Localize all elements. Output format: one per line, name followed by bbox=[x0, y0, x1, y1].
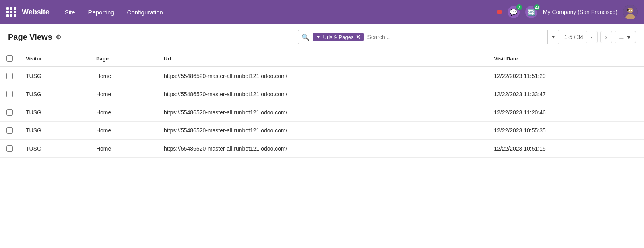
row-checkbox-1[interactable] bbox=[6, 91, 13, 97]
brand-label[interactable]: Website bbox=[22, 8, 50, 17]
messages-icon[interactable]: 💬 7 bbox=[508, 6, 520, 18]
apps-icon[interactable] bbox=[6, 7, 16, 17]
page-title-text: Page Views bbox=[8, 33, 52, 42]
status-indicator bbox=[497, 10, 502, 14]
page-views-table: Visitor Page Url Visit Date TUSG Home ht… bbox=[0, 50, 644, 158]
cell-url: https://55486520-master-all.runbot121.od… bbox=[157, 67, 487, 85]
nav-site[interactable]: Site bbox=[59, 6, 81, 19]
company-label[interactable]: My Company (San Francisco) bbox=[543, 9, 617, 15]
cell-page: Home bbox=[90, 122, 157, 140]
svg-point-5 bbox=[631, 10, 632, 11]
cell-visitor: TUSG bbox=[19, 103, 90, 122]
svg-point-4 bbox=[629, 10, 630, 11]
row-checkbox-cell bbox=[0, 122, 19, 140]
row-checkbox-0[interactable] bbox=[6, 73, 13, 79]
cell-url: https://55486520-master-all.runbot121.od… bbox=[157, 85, 487, 103]
nav-menu: Site Reporting Configuration bbox=[59, 6, 497, 19]
cell-visit-date: 12/22/2023 11:51:29 bbox=[487, 67, 644, 85]
table-row: TUSG Home https://55486520-master-all.ru… bbox=[0, 85, 644, 103]
cell-url: https://55486520-master-all.runbot121.od… bbox=[157, 103, 487, 122]
search-input[interactable] bbox=[364, 34, 547, 40]
cell-visit-date: 12/22/2023 11:20:46 bbox=[487, 103, 644, 122]
activities-badge: 23 bbox=[533, 4, 541, 11]
view-dropdown-arrow: ▼ bbox=[626, 34, 632, 40]
svg-rect-3 bbox=[627, 9, 629, 11]
messages-badge: 7 bbox=[516, 4, 523, 11]
page-info: 1-5 / 34 bbox=[564, 34, 583, 40]
nav-right: 💬 7 🔄 23 My Company (San Francisco) bbox=[497, 5, 638, 19]
pagination-controls: 1-5 / 34 ‹ › ☰ ▼ bbox=[564, 31, 636, 43]
cell-page: Home bbox=[90, 85, 157, 103]
prev-page-button[interactable]: ‹ bbox=[586, 31, 598, 43]
row-checkbox-4[interactable] bbox=[6, 145, 13, 152]
table-row: TUSG Home https://55486520-master-all.ru… bbox=[0, 122, 644, 140]
table-row: TUSG Home https://55486520-master-all.ru… bbox=[0, 140, 644, 158]
toolbar: Page Views ⚙ 🔍 ▼ Urls & Pages ✕ ▼ 1-5 / … bbox=[0, 24, 644, 50]
top-navigation: Website Site Reporting Configuration 💬 7… bbox=[0, 0, 644, 24]
view-options-button[interactable]: ☰ ▼ bbox=[615, 31, 636, 43]
col-page: Page bbox=[90, 50, 157, 67]
col-url: Url bbox=[157, 50, 487, 67]
nav-reporting[interactable]: Reporting bbox=[83, 6, 120, 19]
cell-page: Home bbox=[90, 103, 157, 122]
filter-tag-remove[interactable]: ✕ bbox=[356, 34, 361, 40]
user-avatar[interactable] bbox=[623, 5, 638, 19]
search-icon: 🔍 bbox=[298, 33, 313, 41]
cell-visitor: TUSG bbox=[19, 122, 90, 140]
main-content: Page Views ⚙ 🔍 ▼ Urls & Pages ✕ ▼ 1-5 / … bbox=[0, 24, 644, 248]
cell-page: Home bbox=[90, 67, 157, 85]
row-checkbox-cell bbox=[0, 85, 19, 103]
row-checkbox-cell bbox=[0, 103, 19, 122]
col-visitor: Visitor bbox=[19, 50, 90, 67]
cell-url: https://55486520-master-all.runbot121.od… bbox=[157, 140, 487, 158]
row-checkbox-cell bbox=[0, 140, 19, 158]
row-checkbox-cell bbox=[0, 67, 19, 85]
filter-tag-label: Urls & Pages bbox=[323, 34, 354, 40]
filter-tag-urls-pages[interactable]: ▼ Urls & Pages ✕ bbox=[313, 33, 364, 41]
cell-visit-date: 12/22/2023 10:51:15 bbox=[487, 140, 644, 158]
nav-configuration[interactable]: Configuration bbox=[122, 6, 169, 19]
table-row: TUSG Home https://55486520-master-all.ru… bbox=[0, 67, 644, 85]
search-bar: 🔍 ▼ Urls & Pages ✕ ▼ bbox=[298, 30, 559, 44]
cell-visit-date: 12/22/2023 11:33:47 bbox=[487, 85, 644, 103]
header-checkbox-cell bbox=[0, 50, 19, 67]
table-header-row: Visitor Page Url Visit Date bbox=[0, 50, 644, 67]
page-title-area: Page Views ⚙ bbox=[8, 33, 61, 42]
cell-url: https://55486520-master-all.runbot121.od… bbox=[157, 122, 487, 140]
cell-visit-date: 12/22/2023 10:55:35 bbox=[487, 122, 644, 140]
table-row: TUSG Home https://55486520-master-all.ru… bbox=[0, 103, 644, 122]
cell-visitor: TUSG bbox=[19, 140, 90, 158]
row-checkbox-3[interactable] bbox=[6, 127, 13, 134]
view-list-icon: ☰ bbox=[619, 34, 624, 40]
cell-visitor: TUSG bbox=[19, 85, 90, 103]
settings-icon[interactable]: ⚙ bbox=[56, 33, 61, 41]
cell-visitor: TUSG bbox=[19, 67, 90, 85]
row-checkbox-2[interactable] bbox=[6, 109, 13, 116]
select-all-checkbox[interactable] bbox=[6, 55, 13, 62]
filter-tag-icon: ▼ bbox=[316, 34, 321, 40]
search-dropdown-arrow[interactable]: ▼ bbox=[547, 30, 559, 44]
next-page-button[interactable]: › bbox=[600, 31, 612, 43]
col-visit-date: Visit Date bbox=[487, 50, 644, 67]
cell-page: Home bbox=[90, 140, 157, 158]
activities-icon[interactable]: 🔄 23 bbox=[525, 6, 537, 18]
